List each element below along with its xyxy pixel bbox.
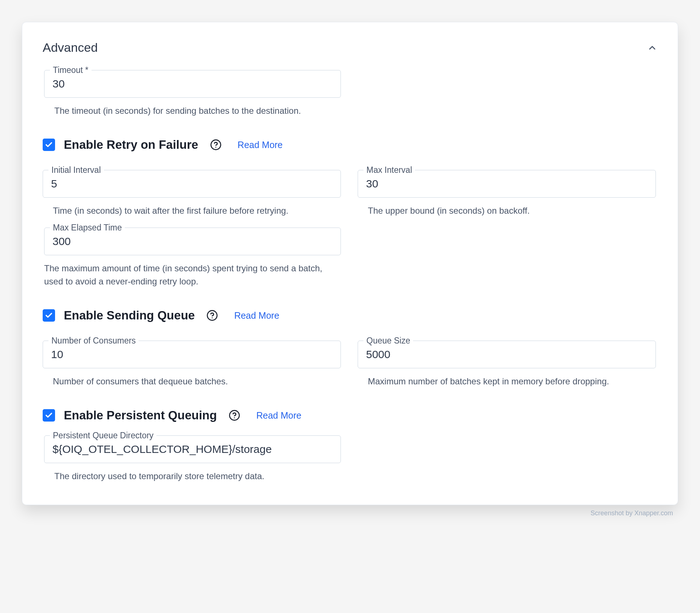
initial-interval-label: Initial Interval — [48, 165, 104, 175]
help-icon[interactable] — [210, 139, 222, 151]
max-elapsed-helper: The maximum amount of time (in seconds) … — [44, 262, 341, 288]
persist-checkbox[interactable] — [43, 409, 55, 422]
persist-dir-label: Persistent Queue Directory — [50, 431, 156, 441]
retry-readmore-link[interactable]: Read More — [238, 140, 283, 150]
max-interval-field: Max Interval The upper bound (in seconds… — [358, 165, 656, 217]
consumers-helper: Number of consumers that dequeue batches… — [43, 375, 341, 388]
queue-fields-row: Number of Consumers Number of consumers … — [43, 335, 657, 388]
queue-title: Enable Sending Queue — [64, 309, 195, 322]
check-icon — [45, 311, 53, 319]
section-title: Advanced — [43, 40, 98, 55]
consumers-label: Number of Consumers — [48, 336, 139, 346]
persist-toggle-row: Enable Persistent Queuing Read More — [43, 408, 657, 422]
max-interval-label: Max Interval — [363, 165, 415, 175]
timeout-label: Timeout * — [50, 65, 92, 75]
persist-readmore-link[interactable]: Read More — [256, 410, 302, 421]
queue-readmore-link[interactable]: Read More — [234, 310, 279, 321]
persist-dir-field: Persistent Queue Directory The directory… — [43, 435, 341, 483]
chevron-up-icon[interactable] — [647, 43, 657, 53]
queue-size-label: Queue Size — [363, 336, 413, 346]
timeout-field-group: Timeout * The timeout (in seconds) for s… — [43, 70, 341, 117]
retry-toggle-row: Enable Retry on Failure Read More — [43, 138, 657, 152]
queue-size-helper: Maximum number of batches kept in memory… — [358, 375, 656, 388]
retry-fields-row-1: Initial Interval Time (in seconds) to wa… — [43, 165, 657, 217]
initial-interval-field: Initial Interval Time (in seconds) to wa… — [43, 165, 341, 217]
max-interval-helper: The upper bound (in seconds) on backoff. — [358, 204, 656, 217]
check-icon — [45, 141, 53, 149]
timeout-input-wrap: Timeout * — [44, 70, 341, 98]
advanced-settings-card: Advanced Timeout * The timeout (in secon… — [22, 22, 678, 505]
persist-dir-helper: The directory used to temporarily store … — [44, 470, 341, 483]
consumers-field: Number of Consumers Number of consumers … — [43, 335, 341, 388]
attribution-text: Screenshot by Xnapper.com — [22, 509, 678, 517]
queue-checkbox[interactable] — [43, 309, 55, 322]
initial-interval-helper: Time (in seconds) to wait after the firs… — [43, 204, 341, 217]
timeout-helper: The timeout (in seconds) for sending bat… — [44, 104, 341, 117]
retry-title: Enable Retry on Failure — [64, 138, 198, 152]
help-icon[interactable] — [229, 410, 240, 421]
check-icon — [45, 411, 53, 419]
persist-title: Enable Persistent Queuing — [64, 408, 217, 422]
queue-toggle-row: Enable Sending Queue Read More — [43, 309, 657, 322]
retry-checkbox[interactable] — [43, 139, 55, 151]
queue-size-field: Queue Size Maximum number of batches kep… — [358, 335, 656, 388]
max-elapsed-label: Max Elapsed Time — [50, 223, 125, 233]
section-header[interactable]: Advanced — [43, 40, 657, 55]
max-elapsed-field: Max Elapsed Time The maximum amount of t… — [43, 228, 341, 288]
help-icon[interactable] — [206, 310, 218, 321]
